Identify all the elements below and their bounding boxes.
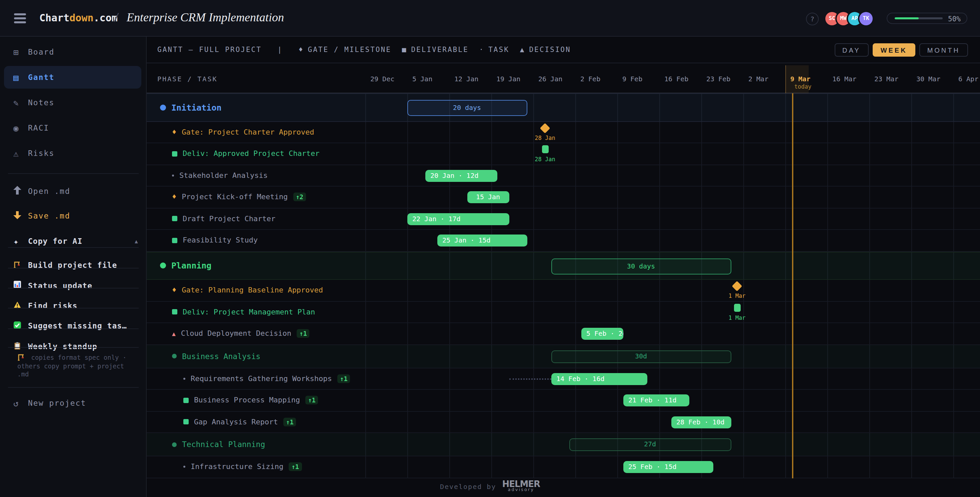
gantt-bar-technical-planning[interactable]: 27d [569, 438, 731, 451]
timeline-column-label: 29 Dec [370, 75, 395, 82]
check-box-icon [13, 321, 28, 331]
task-name: Cloud Deployment Decision [181, 329, 291, 338]
sidebar-divider [8, 387, 138, 388]
avatar[interactable]: TK [859, 12, 873, 25]
legend-item: ▲DECISION [520, 45, 571, 53]
bar-label: 30d [635, 352, 647, 359]
sidebar-ai-item[interactable]: Status update [0, 277, 147, 294]
legend-task-glyph: · [479, 45, 485, 53]
view-button-week[interactable]: WEEK [873, 43, 915, 57]
board-grid-icon: ⊞ [13, 47, 28, 57]
crane-icon [13, 260, 28, 270]
sidebar-item-new-project[interactable]: ↺New project [0, 394, 147, 412]
milestone-square[interactable] [542, 145, 548, 153]
sidebar-item-notes[interactable]: ✎Notes [0, 94, 147, 111]
milestone-date-label: 28 Jan [522, 134, 568, 141]
timeline-column-label: 30 Mar [916, 75, 940, 82]
progress-track [895, 17, 943, 20]
task-name: Gate: Project Charter Approved [182, 128, 314, 137]
milestone-diamond[interactable] [732, 281, 742, 291]
view-button-day[interactable]: DAY [834, 43, 869, 57]
sidebar-item-risks[interactable]: ⚠Risks [0, 144, 147, 162]
task-name-cell: Deliv: Project Management Plan [147, 302, 315, 322]
gantt-bar-stakeholder-analysis[interactable]: 20 Jan · 12d [425, 170, 497, 182]
ai-item-label: Find risks [28, 301, 78, 310]
hamburger-menu-icon[interactable] [14, 13, 26, 23]
milestone-square[interactable] [733, 303, 740, 311]
gantt-bar-business-analysis[interactable]: 30d [551, 350, 731, 363]
gantt-bar-initiation[interactable]: 20 days [407, 100, 527, 116]
bar-label: 27d [644, 440, 656, 448]
gantt-row-project-kick-off-meeting: ♦Project Kick-off Meeting↑215 Jan [147, 187, 980, 208]
task-name: Gate: Planning Baseline Approved [182, 286, 323, 295]
legend-item: ♦GATE / MILESTONE [299, 45, 391, 53]
gantt-row-requirements-gathering-workshops: Requirements Gathering Workshops↑114 Feb… [147, 368, 980, 390]
sidebar-item-open-md[interactable]: Open .md [0, 183, 147, 200]
timeline-column-label: 12 Jan [454, 75, 478, 82]
ai-item-divider [8, 288, 138, 289]
milestone-date-label: 1 Mar [714, 292, 760, 299]
gantt-bar-business-process-mapping[interactable]: 21 Feb · 11d [623, 395, 689, 407]
sidebar-ai-item[interactable]: Suggest missing tas… [0, 317, 147, 335]
gantt-bar-project-kick-off-meeting[interactable]: 15 Jan [467, 192, 509, 203]
task-name-cell: ♦Project Kick-off Meeting↑2 [147, 187, 306, 208]
milestone-diamond[interactable] [540, 122, 550, 133]
sparkle-icon: ✦ [13, 236, 28, 246]
sidebar-item-board[interactable]: ⊞Board [0, 43, 147, 60]
gantt-row-technical-planning: Technical Planning27d [147, 433, 980, 456]
gantt-bar-draft-project-charter[interactable]: 22 Jan · 17d [407, 213, 509, 225]
sidebar-ai-item[interactable]: Find risks [0, 297, 147, 314]
legend-item-label: DECISION [529, 45, 571, 53]
view-button-month[interactable]: MONTH [920, 43, 968, 57]
view-switcher: DAYWEEKMONTH [834, 43, 968, 57]
task-name-cell: ▲Cloud Deployment Decision↑1 [147, 323, 310, 344]
sidebar-divider [8, 173, 138, 174]
sidebar-item-gantt[interactable]: ▤Gantt [4, 66, 142, 89]
timeline-column-label: 9 Mar [790, 75, 810, 82]
bar-label: 30 days [627, 262, 655, 270]
sidebar-item-label: Notes [28, 98, 54, 107]
gantt-bar-feasibility-study[interactable]: 25 Jan · 15d [437, 235, 527, 247]
gantt-row-gate-project-charter-approved: ♦Gate: Project Charter Approved28 Jan [147, 122, 980, 143]
pencil-icon: ✎ [13, 98, 28, 108]
assignee-count-badge: ↑2 [293, 193, 306, 202]
gantt-bar-planning[interactable]: 30 days [551, 259, 731, 275]
gantt-legend: GANTT — FULL PROJECT | ♦GATE / MILESTONE… [158, 45, 582, 53]
milestone-date-label: 1 Mar [714, 314, 760, 321]
bar-chart-icon [13, 281, 28, 291]
task-name-cell: Initiation [147, 94, 222, 121]
ai-item-label: Status update [28, 281, 92, 290]
subphase-dot-icon [172, 442, 177, 447]
help-icon[interactable]: ? [806, 13, 819, 25]
gantt-bar-cloud-deployment-decision[interactable]: 5 Feb · 2d [581, 328, 623, 340]
warning-triangle-icon: ⚠ [13, 148, 28, 158]
footer-credit: Developed by HELMER advisory [440, 480, 540, 492]
timeline-column-label: 16 Mar [832, 75, 856, 82]
sidebar-item-raci[interactable]: ◉RACI [0, 119, 147, 137]
sidebar-ai-item[interactable]: Weekly standup [0, 338, 147, 355]
task-dot-icon [172, 175, 174, 176]
bar-label: 22 Jan · 17d [407, 215, 461, 222]
brand-logo[interactable]: Chartdown.com [39, 12, 118, 24]
milestone-date-label: 28 Jan [522, 156, 568, 162]
legend-separator: | [278, 45, 283, 53]
sidebar: ⊞Board▤Gantt✎Notes◉RACI⚠RisksOpen .mdSav… [0, 37, 147, 497]
sidebar-item-save-md[interactable]: Save .md [0, 207, 147, 224]
deliverable-square-icon [183, 419, 189, 425]
gantt-bar-gap-analysis-report[interactable]: 28 Feb · 10d [671, 416, 731, 429]
clipboard-icon [13, 341, 28, 351]
project-title: Enterprise CRM Implementation [127, 11, 284, 25]
gantt-row-planning: Planning30 days [147, 251, 980, 280]
legend-item-label: GATE / MILESTONE [308, 45, 391, 53]
task-name-cell: Infrastructure Sizing↑1 [147, 456, 302, 477]
task-name: Infrastructure Sizing [191, 463, 283, 472]
sidebar-ai-item[interactable]: Build project file [0, 257, 147, 274]
gantt-bar-infrastructure-sizing[interactable]: 25 Feb · 15d [623, 461, 713, 473]
collapse-icon[interactable]: ▲ [135, 238, 138, 244]
gate-diamond-icon: ♦ [172, 128, 177, 137]
task-dot-icon [183, 378, 185, 380]
task-name: Stakeholder Analysis [179, 171, 268, 180]
gantt-bar-requirements-gathering-workshops[interactable]: 14 Feb · 16d [551, 373, 647, 385]
timeline-column-label: 26 Jan [538, 75, 562, 82]
timeline-column-label: 16 Feb [664, 75, 688, 82]
